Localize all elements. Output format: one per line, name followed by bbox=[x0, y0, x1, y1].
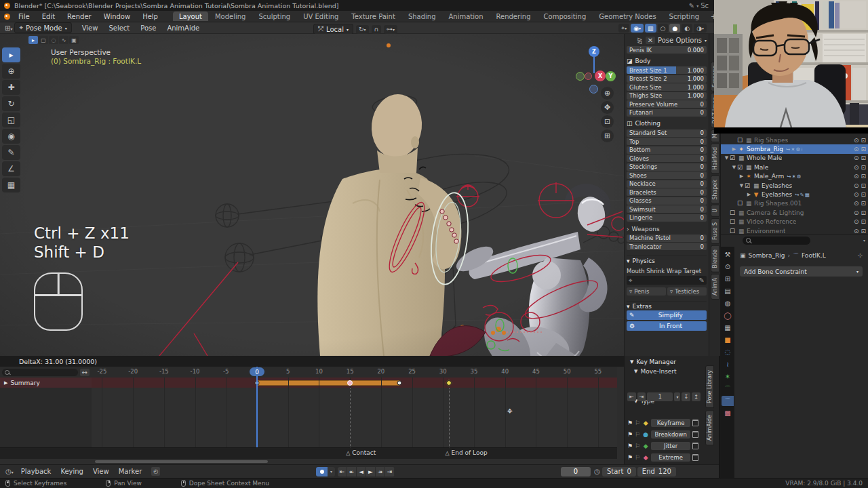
slider-machine-pistol[interactable]: Machine Pistol0 bbox=[627, 235, 707, 242]
workspace-tab-geometry-nodes[interactable]: Geometry Nodes bbox=[593, 12, 662, 21]
start-frame-field[interactable]: Start0 bbox=[602, 467, 636, 476]
workspace-tab-sculpting[interactable]: Sculpting bbox=[252, 12, 296, 21]
sidebar-tab-hairmod[interactable]: HairMod bbox=[711, 143, 719, 174]
keytype-label[interactable]: Extreme bbox=[651, 453, 690, 462]
hide-eye-icon[interactable]: ⊙ bbox=[854, 164, 859, 171]
collapse-icon[interactable]: ⧎ bbox=[637, 37, 642, 44]
prev-keyframe-button[interactable]: ↞ bbox=[347, 467, 357, 476]
move-key-right-button[interactable]: ⇥ bbox=[637, 392, 646, 401]
menu-file[interactable]: File bbox=[13, 12, 35, 21]
stopwatch-icon[interactable]: ◴ bbox=[151, 467, 160, 476]
navigation-gizmo[interactable]: Z X Y bbox=[566, 42, 620, 95]
move-key-left-button[interactable]: ⇤ bbox=[627, 392, 636, 401]
add-bone-constraint-button[interactable]: Add Bone Constraint▾ bbox=[740, 266, 863, 277]
delete-keytype-icon[interactable] bbox=[692, 431, 698, 438]
sidebar-tab-anima[interactable]: AnimA bbox=[711, 274, 719, 300]
hide-eye-icon[interactable]: ⊙ bbox=[854, 182, 859, 189]
sidebar-tab-fuse-s[interactable]: Fuse S bbox=[711, 218, 719, 244]
slider-glutes-size[interactable]: Glutes Size1.000 bbox=[627, 83, 707, 91]
measure-tool[interactable]: ∠ bbox=[2, 161, 20, 176]
hide-eye-icon[interactable]: ⊙ bbox=[854, 209, 859, 216]
hide-eye-icon[interactable]: ⊙ bbox=[854, 228, 859, 234]
sidebar-tab-label[interactable]: Pose Options bbox=[658, 37, 702, 44]
next-keyframe-button[interactable]: ↠ bbox=[376, 467, 385, 476]
editor-type-icon[interactable]: ⊞▾ bbox=[3, 24, 14, 32]
hide-eye-icon[interactable]: ⊙ bbox=[854, 191, 859, 198]
outliner-row-environment[interactable]: ☐▦Environment⊙⊡ bbox=[721, 226, 868, 234]
summary-channel[interactable]: ▶ Summary bbox=[0, 378, 92, 388]
slider-bottom[interactable]: Bottom0 bbox=[627, 146, 707, 154]
keytype-label[interactable]: Keyframe bbox=[651, 419, 690, 427]
mode-dropdown[interactable]: ⌖Pose Mode▾ bbox=[14, 22, 71, 33]
panel-tab-pose-library[interactable]: Pose Library bbox=[705, 365, 714, 408]
zoom-icon[interactable]: ⊕ bbox=[601, 87, 614, 100]
disclosure-icon[interactable]: ▼ bbox=[731, 165, 737, 170]
workspace-tab-uv-editing[interactable]: UV Editing bbox=[297, 12, 344, 21]
select-all-flag-icon[interactable]: ⚑ bbox=[627, 431, 633, 438]
blender-menu-icon[interactable] bbox=[4, 14, 10, 20]
timeline-ruler[interactable]: -25-20-15-10-50510152025303540455055 bbox=[92, 367, 617, 378]
workspace-tab-rendering[interactable]: Rendering bbox=[490, 12, 536, 21]
viewport-menu-view[interactable]: View bbox=[77, 24, 103, 33]
properties-tab-view-layer[interactable]: ▤ bbox=[722, 286, 734, 296]
jump-to-start-button[interactable]: ⇤ bbox=[338, 467, 347, 476]
keyframe-dotsel[interactable] bbox=[347, 380, 353, 386]
select-tweak-icon[interactable]: ▸ bbox=[28, 36, 38, 44]
toggle-testicles[interactable]: ▿Testicles bbox=[667, 287, 707, 296]
menu-help[interactable]: Help bbox=[137, 12, 163, 21]
properties-tab-scene[interactable]: ◍ bbox=[722, 298, 734, 308]
outliner-row-rig-shapes-001[interactable]: ☐▦Rig Shapes.001⊙⊡ bbox=[721, 199, 868, 208]
gizmo-dropdown[interactable]: ⌖▾ bbox=[618, 24, 629, 33]
toggle-penis[interactable]: ▿Penis bbox=[627, 287, 666, 296]
snap-magnet-icon[interactable]: ∩ bbox=[372, 25, 382, 34]
marker-end-of-loop[interactable]: △End of Loop bbox=[445, 449, 487, 456]
properties-tab-world[interactable]: ◯ bbox=[722, 310, 734, 321]
panel-header-clothing[interactable]: ◫Clothing bbox=[627, 119, 707, 128]
workspace-tab-scripting[interactable]: Scripting bbox=[663, 12, 705, 21]
disable-render-icon[interactable]: ⊡ bbox=[861, 209, 866, 216]
timeline-scrollbar[interactable] bbox=[95, 460, 268, 463]
outliner-row-male[interactable]: ▼☑▦Male⊙⊡ bbox=[721, 163, 868, 171]
close-icon[interactable]: ✕ bbox=[646, 37, 655, 44]
viewport-menu-animaide[interactable]: AnimAide bbox=[162, 24, 204, 33]
slider-futanari[interactable]: Futanari0 bbox=[627, 109, 707, 117]
keyframe-dot[interactable] bbox=[397, 380, 402, 385]
slider-thighs-size[interactable]: Thighs Size1.000 bbox=[627, 92, 707, 100]
eyedropper-icon[interactable]: ✎ bbox=[699, 277, 705, 284]
collapse-arrow-icon[interactable]: ▼ bbox=[630, 359, 633, 365]
slider-standard-set[interactable]: Standard Set0 bbox=[627, 129, 707, 137]
slider-tranlocator[interactable]: Tranlocator0 bbox=[627, 243, 707, 250]
outliner-row-whole-male[interactable]: ▼☑▦Whole Male⊙⊡ bbox=[721, 154, 868, 163]
properties-search-input[interactable] bbox=[743, 237, 810, 245]
slider-stockings[interactable]: Stockings0 bbox=[627, 163, 707, 171]
properties-tab-object-data[interactable]: ✶ bbox=[722, 371, 734, 382]
pin-icon[interactable]: ⊹ bbox=[857, 252, 863, 259]
hide-eye-icon[interactable]: ⊙ bbox=[854, 155, 859, 161]
visibility-checkbox[interactable]: ☑ bbox=[737, 164, 745, 171]
outliner-row-sombra-rig[interactable]: ▶✶Sombra_Rig↪✶⚙⁝⊙⊡ bbox=[721, 144, 868, 153]
menu-render[interactable]: Render bbox=[62, 12, 97, 21]
expand-icon[interactable]: ▶ bbox=[4, 380, 7, 386]
visibility-checkbox[interactable]: ☐ bbox=[737, 200, 745, 207]
deselect-flag-icon[interactable]: ⚐ bbox=[635, 454, 640, 461]
cursor-tool[interactable]: ⊕ bbox=[2, 64, 20, 79]
properties-tab-constraints[interactable]: ≀ bbox=[722, 359, 734, 369]
workspace-tab-layout[interactable]: Layout bbox=[173, 12, 208, 21]
insert-step-value[interactable]: 1 bbox=[647, 392, 673, 401]
outliner-row-rig-shapes[interactable]: ☐▦Rig Shapes⊙⊡ bbox=[721, 136, 868, 144]
playhead[interactable] bbox=[256, 367, 258, 447]
xray-toggle[interactable]: ▥ bbox=[645, 24, 656, 33]
visibility-checkbox[interactable]: ☐ bbox=[730, 209, 737, 216]
keytype-label[interactable]: Jitter bbox=[651, 442, 690, 450]
viewport-menu-pose[interactable]: Pose bbox=[136, 24, 161, 33]
filter-icon[interactable]: ↔ bbox=[80, 369, 90, 376]
gizmo-z-axis[interactable]: Z bbox=[589, 46, 599, 57]
hide-eye-icon[interactable]: ⊙ bbox=[854, 200, 859, 207]
select-box-icon[interactable]: ▢ bbox=[39, 36, 48, 44]
move-tool[interactable]: ✚ bbox=[2, 80, 20, 95]
collapse-arrow-icon[interactable]: ▼ bbox=[634, 369, 637, 374]
disable-render-icon[interactable]: ⊡ bbox=[861, 164, 866, 171]
properties-tab-collection[interactable]: ▦ bbox=[722, 323, 734, 333]
slider-breast-size-1[interactable]: Breast Size 11.000 bbox=[627, 66, 707, 74]
slider-preserve-volume[interactable]: Preserve Volume0 bbox=[627, 100, 707, 108]
